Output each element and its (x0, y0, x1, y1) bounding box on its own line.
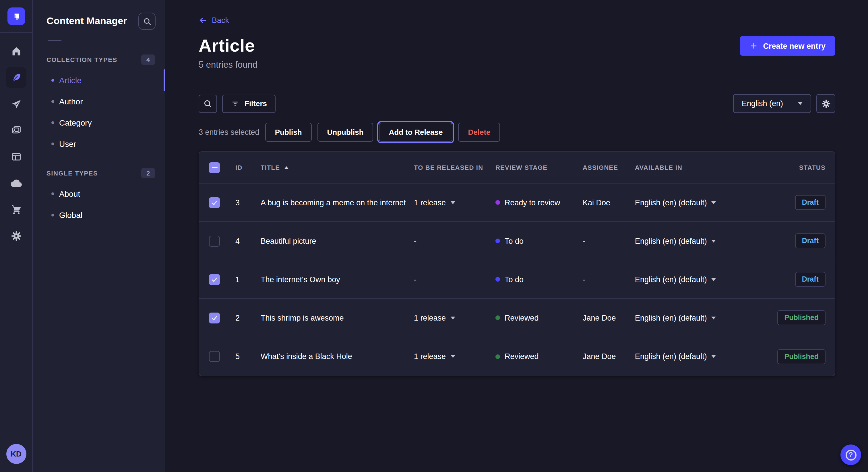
table-row[interactable]: 5 What's inside a Black Hole 1 release R… (199, 337, 835, 376)
home-icon[interactable] (6, 41, 26, 61)
review-stage-dot (495, 354, 500, 359)
row-checkbox[interactable] (209, 312, 220, 323)
review-stage-label: Reviewed (505, 352, 539, 361)
search-entries-icon[interactable] (198, 94, 217, 113)
cell-to-be-released-in[interactable]: 1 release (414, 313, 495, 322)
filters-button[interactable]: Filters (222, 94, 276, 113)
content-manager-feather-icon[interactable] (6, 67, 26, 88)
cell-assignee: Jane Doe (583, 352, 616, 361)
available-in-value: English (en) (default) (635, 198, 707, 207)
sidebar-item-category[interactable]: Category (33, 112, 165, 133)
cell-to-be-released-in[interactable]: 1 release (414, 352, 495, 361)
cell-assignee: Jane Doe (583, 313, 616, 322)
row-checkbox[interactable] (209, 274, 220, 285)
strapi-logo[interactable] (7, 7, 25, 25)
sidebar-section: COLLECTION TYPES4ArticleAuthorCategoryUs… (33, 55, 165, 154)
user-avatar[interactable]: KD (6, 444, 26, 464)
cell-available-in[interactable]: English (en) (default) (635, 237, 758, 245)
chevron-down-icon (451, 355, 455, 358)
page-title: Article (198, 35, 257, 57)
main-content: Back Article 5 entries found Create new … (165, 0, 868, 472)
release-value: 1 release (414, 198, 446, 207)
cell-available-in[interactable]: English (en) (default) (635, 275, 758, 283)
media-library-icon[interactable] (6, 120, 26, 140)
row-checkbox[interactable] (209, 197, 220, 208)
create-new-entry-button[interactable]: Create new entry (740, 36, 835, 56)
section-label: SINGLE TYPES (46, 170, 98, 177)
release-value: 1 release (414, 313, 446, 322)
row-checkbox[interactable] (209, 235, 220, 246)
column-header-available-in: AVAILABLE IN (635, 164, 758, 171)
locale-select[interactable]: English (en) (733, 94, 811, 113)
marketplace-cart-icon[interactable] (6, 199, 26, 220)
publish-button[interactable]: Publish (265, 123, 312, 142)
status-badge: Published (778, 349, 826, 364)
review-stage-label: Reviewed (505, 313, 539, 322)
table-header-row: ID TITLE TO BE RELEASED IN REVIEW STAGE … (199, 152, 835, 183)
cell-assignee: Kai Doe (583, 198, 610, 207)
column-header-assignee: ASSIGNEE (583, 164, 635, 171)
table-row[interactable]: 2 This shrimp is awesome 1 release Revie… (199, 299, 835, 337)
sidebar-item-author[interactable]: Author (33, 91, 165, 112)
search-icon[interactable] (138, 12, 156, 30)
review-stage-label: Ready to review (505, 198, 560, 207)
back-link[interactable]: Back (198, 16, 229, 25)
column-header-review-stage: REVIEW STAGE (495, 164, 583, 171)
cell-available-in[interactable]: English (en) (default) (635, 198, 758, 207)
cell-to-be-released-in[interactable]: - (414, 275, 495, 283)
sidebar-item-global[interactable]: Global (33, 204, 165, 225)
chevron-down-icon (712, 239, 716, 242)
cell-available-in[interactable]: English (en) (default) (635, 352, 758, 361)
entries-count: 5 entries found (198, 60, 257, 70)
entries-table: ID TITLE TO BE RELEASED IN REVIEW STAGE … (198, 151, 835, 376)
column-header-title[interactable]: TITLE (260, 164, 414, 171)
available-in-value: English (en) (default) (635, 313, 707, 322)
cell-title: What's inside a Black Hole (260, 352, 352, 361)
release-value: - (414, 237, 416, 245)
status-badge: Published (778, 310, 826, 325)
table-row[interactable]: 4 Beautiful picture - To do - English (e… (199, 222, 835, 260)
cell-assignee: - (583, 275, 585, 283)
settings-gear-icon[interactable] (6, 225, 26, 246)
cell-title: The internet's Own boy (260, 275, 340, 283)
table-body: 3 A bug is becoming a meme on the intern… (199, 183, 835, 376)
status-badge: Draft (795, 233, 826, 248)
cell-available-in[interactable]: English (en) (default) (635, 313, 758, 322)
main-nav-rail: KD (0, 0, 33, 472)
review-stage-label: To do (505, 237, 524, 245)
cell-id: 1 (236, 275, 240, 283)
sidebar-item-user[interactable]: User (33, 133, 165, 154)
unpublish-button[interactable]: Unpublish (317, 123, 373, 142)
release-value: 1 release (414, 352, 446, 361)
arrow-left-icon (198, 16, 207, 25)
deploy-cloud-icon[interactable] (6, 173, 26, 193)
view-settings-gear-icon[interactable] (816, 94, 835, 113)
sidebar-item-about[interactable]: About (33, 183, 165, 204)
back-label: Back (212, 16, 229, 25)
column-header-title-label: TITLE (260, 164, 280, 171)
table-row[interactable]: 1 The internet's Own boy - To do - Engli… (199, 260, 835, 299)
status-badge: Draft (795, 195, 826, 210)
cell-review-stage: Ready to review (495, 198, 583, 207)
cell-id: 3 (236, 198, 240, 207)
sort-ascending-icon (284, 166, 288, 169)
sidebar-section: SINGLE TYPES2AboutGlobal (33, 168, 165, 225)
sidebar-item-article[interactable]: Article (33, 69, 165, 91)
help-button[interactable]: ? (840, 444, 861, 465)
table-row[interactable]: 3 A bug is becoming a meme on the intern… (199, 183, 835, 222)
content-type-builder-icon[interactable] (6, 146, 26, 167)
cell-to-be-released-in[interactable]: - (414, 237, 495, 245)
chevron-down-icon (451, 316, 455, 319)
cell-assignee: - (583, 237, 585, 245)
cell-to-be-released-in[interactable]: 1 release (414, 198, 495, 207)
chevron-down-icon (712, 278, 716, 281)
add-to-release-button[interactable]: Add to Release (379, 123, 453, 142)
releases-paper-plane-icon[interactable] (6, 94, 26, 114)
delete-button[interactable]: Delete (458, 123, 500, 142)
cell-title: This shrimp is awesome (260, 313, 344, 322)
review-stage-label: To do (505, 275, 524, 283)
column-header-id[interactable]: ID (236, 164, 260, 171)
select-all-checkbox[interactable] (209, 162, 220, 173)
row-checkbox[interactable] (209, 351, 220, 362)
cell-title: Beautiful picture (260, 237, 316, 245)
